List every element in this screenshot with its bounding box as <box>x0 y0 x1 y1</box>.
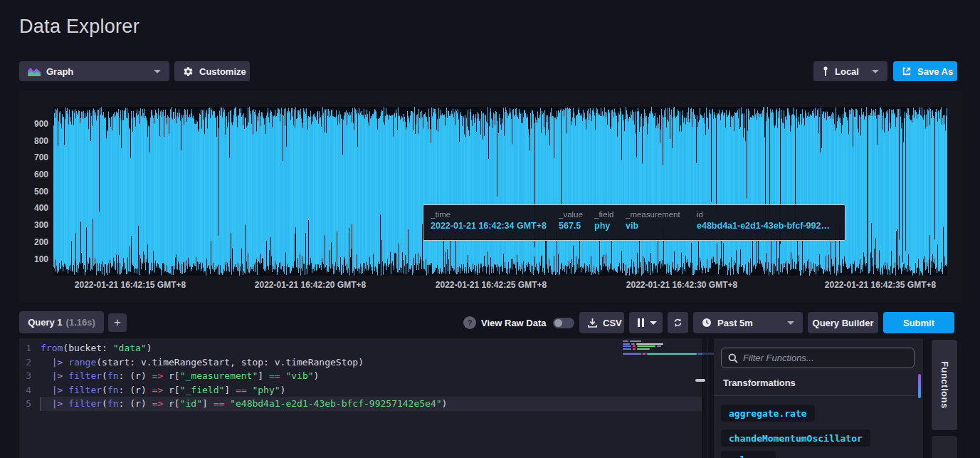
chevron-down-icon <box>872 70 879 73</box>
tooltip-value: 2022-01-21 16:42:34 GMT+8 <box>431 221 552 231</box>
time-range-label: Past 5m <box>717 318 753 328</box>
x-tick: 2022-01-21 16:42:35 GMT+8 <box>809 280 952 290</box>
query-tab[interactable]: Query 1 (1.16s) <box>19 311 104 333</box>
scrollbar-thumb[interactable] <box>918 374 921 398</box>
tooltip-label: id <box>697 210 839 219</box>
query-builder-button[interactable]: Query Builder <box>808 312 878 333</box>
pause-button[interactable] <box>629 312 663 333</box>
functions-vertical-tab[interactable]: Functions <box>932 340 957 430</box>
filter-functions-searchbox[interactable] <box>721 348 915 368</box>
gear-icon <box>183 66 194 77</box>
local-label: Local <box>835 66 859 77</box>
view-raw-data-label: View Raw Data <box>481 318 547 328</box>
search-icon <box>728 353 738 363</box>
line-number: 5 <box>19 397 41 411</box>
line-number: 1 <box>19 341 41 355</box>
tooltip-label: _measurement <box>626 210 690 219</box>
refresh-button[interactable] <box>668 312 688 333</box>
filter-functions-input[interactable] <box>743 353 907 363</box>
graph-panel: 900 800 700 600 500 400 300 200 100 2022… <box>19 90 962 303</box>
code-line[interactable]: 5 |> filter(fn: (r) => r["id"] == "e48bd… <box>19 397 702 411</box>
toggle-knob <box>554 319 562 327</box>
code-text: |> filter(fn: (r) => r["_field"] == "phy… <box>41 383 702 397</box>
tooltip-value: phy <box>594 221 618 231</box>
help-icon[interactable]: ? <box>463 316 476 329</box>
y-tick: 300 <box>20 220 48 230</box>
clock-icon <box>702 318 712 328</box>
transformations-heading: Transformations <box>723 378 796 388</box>
flux-code-editor[interactable]: 1from(bucket: "data")2 |> range(start: v… <box>19 338 702 458</box>
code-text: |> range(start: v.timeRangeStart, stop: … <box>41 355 702 370</box>
y-tick: 500 <box>20 187 48 197</box>
graph-type-icon <box>28 66 41 76</box>
submit-label: Submit <box>903 318 934 328</box>
panel-resize-handle[interactable] <box>695 379 705 382</box>
code-lines: 1from(bucket: "data")2 |> range(start: v… <box>19 341 702 411</box>
y-tick: 700 <box>20 152 48 162</box>
y-tick: 100 <box>20 254 48 264</box>
save-as-button[interactable]: Save As <box>893 61 957 81</box>
hover-tooltip: _time 2022-01-21 16:42:34 GMT+8 _value 5… <box>423 204 845 241</box>
function-item[interactable]: chandeMomentumOscillator <box>721 430 870 447</box>
tooltip-label: _value <box>559 210 587 219</box>
chevron-down-icon <box>154 70 161 73</box>
functions-panel: Transformations aggregate.rate chandeMom… <box>714 338 923 458</box>
x-tick: 2022-01-21 16:42:30 GMT+8 <box>611 280 753 290</box>
view-raw-data-toggle[interactable] <box>553 318 574 328</box>
y-tick: 400 <box>20 203 48 213</box>
code-line[interactable]: 3 |> filter(fn: (r) => r["_measurement"]… <box>19 369 702 383</box>
download-icon <box>588 318 597 328</box>
tooltip-label: _time <box>431 210 552 219</box>
hover-crosshair <box>867 107 868 276</box>
query-tab-duration: (1.16s) <box>66 317 95 328</box>
chevron-down-icon <box>650 321 657 325</box>
tooltip-value: vib <box>626 221 690 231</box>
local-dropdown[interactable]: Local <box>813 61 887 81</box>
time-range-dropdown[interactable]: Past 5m <box>693 312 803 333</box>
pause-icon <box>638 318 644 327</box>
submit-button[interactable]: Submit <box>883 312 954 333</box>
vertical-tab-clipped[interactable] <box>932 436 957 458</box>
save-as-label: Save As <box>917 66 953 77</box>
tooltip-value: 567.5 <box>559 221 587 231</box>
query-builder-label: Query Builder <box>813 318 874 328</box>
x-tick: 2022-01-21 16:42:25 GMT+8 <box>420 280 562 290</box>
pin-icon <box>822 66 829 77</box>
y-tick: 600 <box>20 170 48 179</box>
customize-button[interactable]: Customize <box>174 61 250 81</box>
page-title: Data Explorer <box>19 16 139 38</box>
panel-divider <box>707 338 707 458</box>
x-tick: 2022-01-21 16:42:20 GMT+8 <box>239 280 381 290</box>
line-number: 2 <box>19 355 41 370</box>
code-text: |> filter(fn: (r) => r["id"] == "e48bd4a… <box>40 397 702 411</box>
add-query-button[interactable]: + <box>108 313 127 332</box>
x-tick: 2022-01-21 16:42:15 GMT+8 <box>59 280 201 290</box>
function-item[interactable]: columns <box>721 451 776 458</box>
plot-area[interactable] <box>53 107 947 276</box>
line-number: 4 <box>19 383 41 397</box>
y-tick: 800 <box>20 136 48 146</box>
graph-canvas[interactable] <box>53 107 947 276</box>
tooltip-label: _field <box>594 210 618 219</box>
functions-tab-label: Functions <box>939 361 950 409</box>
export-icon <box>902 66 912 76</box>
code-line[interactable]: 2 |> range(start: v.timeRangeStart, stop… <box>19 355 702 370</box>
section-divider <box>714 395 915 396</box>
minimap[interactable] <box>623 340 700 355</box>
code-line[interactable]: 1from(bucket: "data") <box>19 341 702 355</box>
customize-label: Customize <box>199 66 246 77</box>
visualization-type-label: Graph <box>46 66 73 77</box>
csv-download-button[interactable]: CSV <box>579 312 624 333</box>
chevron-down-icon <box>787 321 794 325</box>
y-tick: 900 <box>20 119 48 129</box>
visualization-type-dropdown[interactable]: Graph <box>19 61 169 81</box>
code-line[interactable]: 4 |> filter(fn: (r) => r["_field"] == "p… <box>19 383 702 397</box>
csv-label: CSV <box>603 318 622 328</box>
tooltip-value: e48bd4a1-e2d1-43eb-bfcf-992… <box>697 221 839 231</box>
function-item[interactable]: aggregate.rate <box>721 405 815 422</box>
code-text: |> filter(fn: (r) => r["_measurement"] =… <box>41 369 702 383</box>
y-tick: 200 <box>20 237 48 247</box>
query-tab-label: Query 1 <box>28 317 62 328</box>
code-text: from(bucket: "data") <box>41 341 702 355</box>
refresh-icon <box>673 318 683 328</box>
